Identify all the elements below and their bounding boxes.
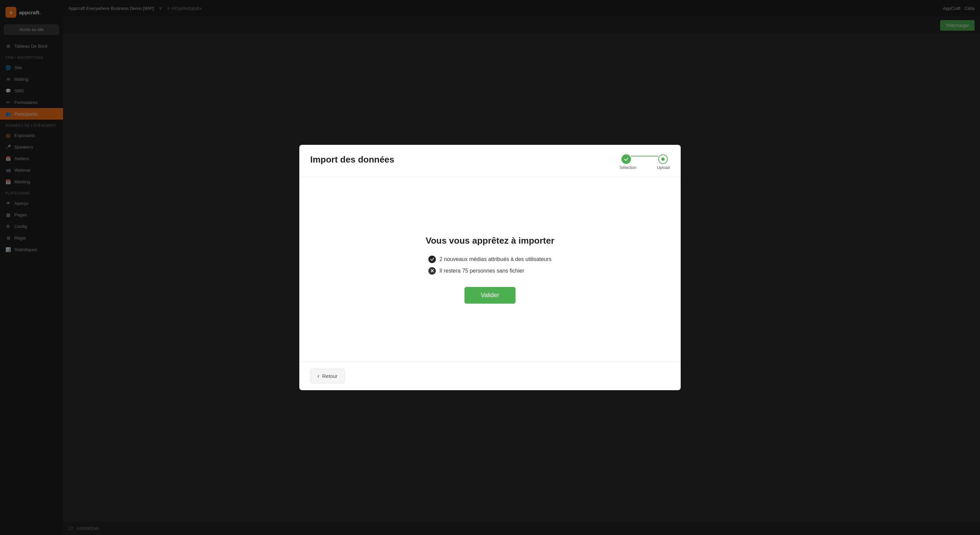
- chevron-left-icon: ‹: [317, 372, 320, 380]
- modal-item-success: 2 nouveaux médias attribués à des utilis…: [428, 256, 551, 263]
- modal-footer: ‹ Retour: [299, 361, 681, 390]
- back-button-label: Retour: [322, 373, 337, 379]
- check-icon: [624, 157, 628, 161]
- check-circle-icon: [430, 257, 434, 261]
- stepper-circle-inner: [661, 157, 665, 161]
- stepper-step-1: [621, 154, 631, 164]
- modal-item-success-text: 2 nouveaux médias attribués à des utilis…: [439, 256, 551, 262]
- modal-body-title: Vous vous apprêtez à importer: [426, 235, 554, 246]
- modal-body: Vous vous apprêtez à importer 2 nouveaux…: [299, 177, 681, 361]
- stepper-labels: Sélection Upload: [620, 165, 670, 170]
- modal-overlay: Import des données: [0, 0, 980, 535]
- back-button[interactable]: ‹ Retour: [310, 369, 345, 383]
- stepper-circle-2: [658, 154, 668, 164]
- modal-body-items: 2 nouveaux médias attribués à des utilis…: [428, 256, 551, 275]
- stepper-circle-1: [621, 154, 631, 164]
- stepper-line: [631, 156, 658, 157]
- success-icon: [428, 256, 436, 263]
- x-circle-icon: [430, 268, 434, 273]
- import-modal: Import des données: [299, 145, 681, 390]
- stepper-step-2: [658, 154, 668, 164]
- modal-item-error-text: Il restera 75 personnes sans fichier: [439, 268, 524, 274]
- modal-header: Import des données: [299, 145, 681, 177]
- modal-title: Import des données: [310, 154, 394, 165]
- validate-button[interactable]: Valider: [465, 287, 516, 303]
- modal-item-error: Il restera 75 personnes sans fichier: [428, 267, 524, 275]
- stepper: Sélection Upload: [620, 154, 670, 170]
- stepper-track: [621, 154, 668, 164]
- stepper-label-1: Sélection: [620, 165, 636, 170]
- error-icon: [428, 267, 436, 275]
- stepper-label-2: Upload: [657, 165, 670, 170]
